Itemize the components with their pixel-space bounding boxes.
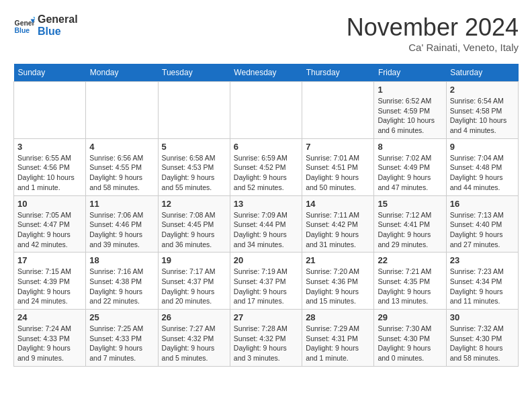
day-cell: 18Sunrise: 7:16 AM Sunset: 4:38 PM Dayli…: [86, 253, 158, 310]
day-cell: 14Sunrise: 7:11 AM Sunset: 4:42 PM Dayli…: [302, 195, 374, 253]
svg-text:Blue: Blue: [15, 28, 30, 35]
day-number: 15: [378, 199, 442, 209]
day-number: 29: [378, 312, 442, 322]
day-info: Sunrise: 7:01 AM Sunset: 4:51 PM Dayligh…: [306, 153, 370, 193]
day-info: Sunrise: 6:54 AM Sunset: 4:58 PM Dayligh…: [450, 96, 515, 136]
day-info: Sunrise: 6:59 AM Sunset: 4:52 PM Dayligh…: [234, 153, 298, 193]
svg-marker-3: [33, 17, 35, 19]
day-cell: 4Sunrise: 6:56 AM Sunset: 4:55 PM Daylig…: [86, 138, 158, 195]
day-info: Sunrise: 7:21 AM Sunset: 4:35 PM Dayligh…: [378, 267, 442, 306]
day-number: 24: [17, 312, 82, 322]
day-cell: 23Sunrise: 7:23 AM Sunset: 4:34 PM Dayli…: [446, 253, 518, 310]
calendar-table: SundayMondayTuesdayWednesdayThursdayFrid…: [13, 64, 519, 367]
week-row-2: 3Sunrise: 6:55 AM Sunset: 4:56 PM Daylig…: [14, 138, 519, 195]
logo-blue-text: Blue: [38, 26, 78, 38]
day-cell: 12Sunrise: 7:08 AM Sunset: 4:45 PM Dayli…: [158, 195, 230, 253]
day-cell: [158, 82, 230, 139]
day-info: Sunrise: 7:32 AM Sunset: 4:30 PM Dayligh…: [450, 324, 515, 363]
title-block: November 2024 Ca' Rainati, Veneto, Italy: [347, 13, 519, 53]
day-cell: [86, 82, 158, 139]
logo: General Blue General Blue: [13, 13, 78, 38]
day-cell: 24Sunrise: 7:24 AM Sunset: 4:33 PM Dayli…: [14, 310, 86, 367]
day-cell: 1Sunrise: 6:52 AM Sunset: 4:59 PM Daylig…: [374, 82, 446, 139]
day-info: Sunrise: 7:06 AM Sunset: 4:46 PM Dayligh…: [89, 210, 154, 250]
header-day-saturday: Saturday: [446, 64, 518, 82]
week-row-1: 1Sunrise: 6:52 AM Sunset: 4:59 PM Daylig…: [14, 82, 519, 139]
header-day-wednesday: Wednesday: [230, 64, 302, 82]
day-info: Sunrise: 7:25 AM Sunset: 4:33 PM Dayligh…: [89, 324, 154, 363]
day-cell: 8Sunrise: 7:02 AM Sunset: 4:49 PM Daylig…: [374, 138, 446, 195]
day-cell: 11Sunrise: 7:06 AM Sunset: 4:46 PM Dayli…: [86, 195, 158, 253]
day-info: Sunrise: 6:52 AM Sunset: 4:59 PM Dayligh…: [378, 96, 442, 136]
header-row: SundayMondayTuesdayWednesdayThursdayFrid…: [14, 64, 519, 82]
day-cell: 20Sunrise: 7:19 AM Sunset: 4:37 PM Dayli…: [230, 253, 302, 310]
day-number: 22: [378, 255, 442, 265]
day-number: 8: [378, 142, 442, 152]
day-info: Sunrise: 7:30 AM Sunset: 4:30 PM Dayligh…: [378, 324, 442, 363]
day-info: Sunrise: 7:04 AM Sunset: 4:48 PM Dayligh…: [450, 153, 515, 193]
day-info: Sunrise: 7:05 AM Sunset: 4:47 PM Dayligh…: [17, 210, 82, 250]
day-cell: 5Sunrise: 6:58 AM Sunset: 4:53 PM Daylig…: [158, 138, 230, 195]
day-info: Sunrise: 6:58 AM Sunset: 4:53 PM Dayligh…: [162, 153, 226, 193]
day-cell: 19Sunrise: 7:17 AM Sunset: 4:37 PM Dayli…: [158, 253, 230, 310]
day-cell: 13Sunrise: 7:09 AM Sunset: 4:44 PM Dayli…: [230, 195, 302, 253]
day-info: Sunrise: 6:55 AM Sunset: 4:56 PM Dayligh…: [17, 153, 82, 193]
day-cell: 21Sunrise: 7:20 AM Sunset: 4:36 PM Dayli…: [302, 253, 374, 310]
week-row-5: 24Sunrise: 7:24 AM Sunset: 4:33 PM Dayli…: [14, 310, 519, 367]
day-info: Sunrise: 7:13 AM Sunset: 4:40 PM Dayligh…: [450, 210, 515, 250]
day-info: Sunrise: 7:17 AM Sunset: 4:37 PM Dayligh…: [162, 267, 226, 306]
day-number: 26: [162, 312, 226, 322]
header-day-thursday: Thursday: [302, 64, 374, 82]
day-cell: [14, 82, 86, 139]
week-row-3: 10Sunrise: 7:05 AM Sunset: 4:47 PM Dayli…: [14, 195, 519, 253]
day-info: Sunrise: 7:29 AM Sunset: 4:31 PM Dayligh…: [306, 324, 370, 363]
calendar-body: 1Sunrise: 6:52 AM Sunset: 4:59 PM Daylig…: [14, 82, 519, 367]
page-header: General Blue General Blue November 2024 …: [13, 13, 519, 53]
logo-icon: General Blue: [13, 15, 35, 36]
week-row-4: 17Sunrise: 7:15 AM Sunset: 4:39 PM Dayli…: [14, 253, 519, 310]
day-number: 9: [450, 142, 515, 152]
day-number: 5: [162, 142, 226, 152]
day-info: Sunrise: 7:27 AM Sunset: 4:32 PM Dayligh…: [162, 324, 226, 363]
day-cell: 15Sunrise: 7:12 AM Sunset: 4:41 PM Dayli…: [374, 195, 446, 253]
day-info: Sunrise: 7:08 AM Sunset: 4:45 PM Dayligh…: [162, 210, 226, 250]
day-cell: [302, 82, 374, 139]
day-cell: 10Sunrise: 7:05 AM Sunset: 4:47 PM Dayli…: [14, 195, 86, 253]
day-number: 2: [450, 85, 515, 95]
day-cell: 3Sunrise: 6:55 AM Sunset: 4:56 PM Daylig…: [14, 138, 86, 195]
day-info: Sunrise: 7:09 AM Sunset: 4:44 PM Dayligh…: [234, 210, 298, 250]
day-number: 18: [89, 255, 154, 265]
day-number: 19: [162, 255, 226, 265]
day-number: 23: [450, 255, 515, 265]
day-number: 12: [162, 199, 226, 209]
day-info: Sunrise: 6:56 AM Sunset: 4:55 PM Dayligh…: [89, 153, 154, 193]
day-info: Sunrise: 7:11 AM Sunset: 4:42 PM Dayligh…: [306, 210, 370, 250]
day-number: 28: [306, 312, 370, 322]
day-number: 27: [234, 312, 298, 322]
day-number: 16: [450, 199, 515, 209]
header-day-monday: Monday: [86, 64, 158, 82]
day-number: 25: [89, 312, 154, 322]
day-cell: 17Sunrise: 7:15 AM Sunset: 4:39 PM Dayli…: [14, 253, 86, 310]
day-info: Sunrise: 7:15 AM Sunset: 4:39 PM Dayligh…: [17, 267, 82, 306]
day-number: 20: [234, 255, 298, 265]
day-info: Sunrise: 7:23 AM Sunset: 4:34 PM Dayligh…: [450, 267, 515, 306]
day-info: Sunrise: 7:02 AM Sunset: 4:49 PM Dayligh…: [378, 153, 442, 193]
day-number: 10: [17, 199, 82, 209]
day-number: 11: [89, 199, 154, 209]
day-cell: 7Sunrise: 7:01 AM Sunset: 4:51 PM Daylig…: [302, 138, 374, 195]
day-cell: 2Sunrise: 6:54 AM Sunset: 4:58 PM Daylig…: [446, 82, 518, 139]
day-info: Sunrise: 7:28 AM Sunset: 4:32 PM Dayligh…: [234, 324, 298, 363]
day-cell: 29Sunrise: 7:30 AM Sunset: 4:30 PM Dayli…: [374, 310, 446, 367]
day-number: 17: [17, 255, 82, 265]
day-number: 3: [17, 142, 82, 152]
day-cell: 6Sunrise: 6:59 AM Sunset: 4:52 PM Daylig…: [230, 138, 302, 195]
logo-general-text: General: [38, 13, 78, 26]
day-info: Sunrise: 7:16 AM Sunset: 4:38 PM Dayligh…: [89, 267, 154, 306]
header-day-tuesday: Tuesday: [158, 64, 230, 82]
day-number: 6: [234, 142, 298, 152]
day-cell: [230, 82, 302, 139]
day-number: 13: [234, 199, 298, 209]
day-cell: 30Sunrise: 7:32 AM Sunset: 4:30 PM Dayli…: [446, 310, 518, 367]
month-title: November 2024: [347, 13, 519, 42]
